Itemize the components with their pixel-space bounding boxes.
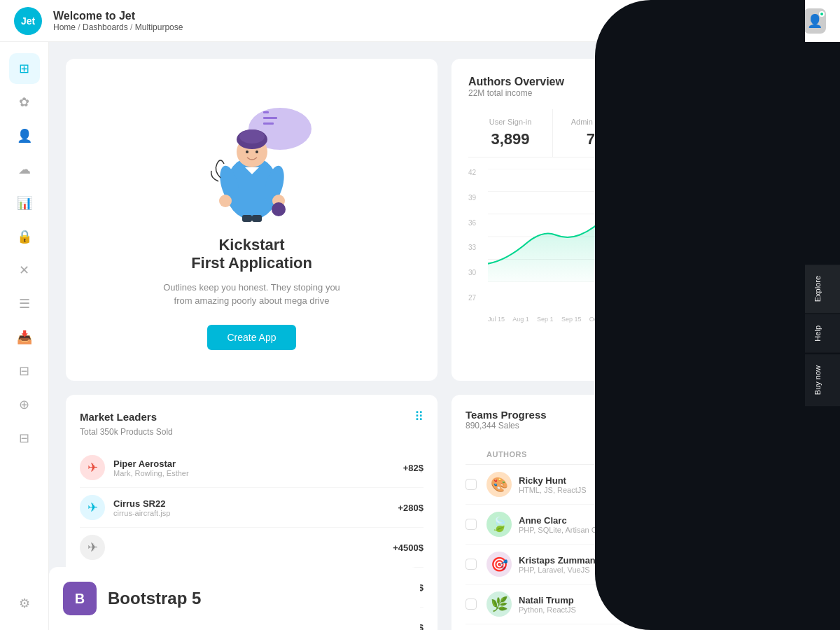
grid-icon[interactable]: ⊞ [739, 10, 762, 32]
tab-30days[interactable]: 30 Days [600, 76, 648, 94]
svg-rect-4 [263, 122, 274, 125]
breadcrumb: Home / Dashboards / Multipurpose [53, 22, 643, 32]
sidebar-item-inbox[interactable]: 📥 [9, 322, 40, 353]
market-value-piper: +82$ [403, 463, 424, 473]
search-box[interactable]: 🔍 Search [750, 412, 809, 430]
checkbox-anne[interactable] [465, 519, 477, 530]
tabs-row: 30 Days Sep 2020 Oct 2020 More [600, 76, 806, 94]
stat-author-signin: Author Sign-in 291 [638, 109, 722, 157]
create-app-button[interactable]: Create App [207, 325, 295, 350]
view-button-ricky[interactable]: View [774, 477, 809, 492]
view-button-kristaps[interactable]: View [774, 556, 809, 572]
team-author-natali: 🌿 Natali Trump Python, ReactJS [486, 592, 613, 617]
buy-now-button[interactable]: Buy now [805, 354, 840, 406]
market-item-cirrus: ✈ Cirrus SR22 cirrus-aircraft.jsp +280$ [80, 488, 424, 528]
market-leaders-subtitle: Total 350k Products Sold [80, 427, 424, 437]
svg-rect-17 [242, 215, 252, 222]
market-options-icon[interactable]: ⠿ [414, 409, 424, 424]
svg-point-9 [246, 150, 248, 153]
market-leaders-title: Market Leaders [80, 411, 157, 423]
team-row-kristaps: 🎯 Kristaps Zumman PHP, Laravel, VueJS 47… [465, 545, 809, 584]
chart-svg [488, 169, 806, 282]
view-button-anne[interactable]: View [774, 517, 809, 532]
sidebar-item-cloud[interactable]: ☁ [9, 154, 40, 185]
checkbox-kristaps[interactable] [465, 559, 477, 570]
progress-natali: 71% [613, 596, 767, 612]
right-panel: Explore Help Buy now [805, 42, 840, 630]
market-icon-piper: ✈ [80, 455, 105, 480]
sidebar-item-puzzle[interactable]: ⊕ [9, 389, 40, 420]
tab-more[interactable]: More [771, 76, 806, 94]
dark-mode-icon[interactable]: 🌙 [771, 10, 794, 32]
team-author-kristaps: 🎯 Kristaps Zumman PHP, Laravel, VueJS [486, 552, 613, 577]
explore-button[interactable]: Explore [805, 265, 840, 313]
sidebar-item-close[interactable]: ✕ [9, 255, 40, 286]
progress-ricky: 65% [613, 476, 767, 493]
sidebar-item-grid[interactable]: ⊞ [9, 53, 40, 84]
chevron-down-icon: ▾ [731, 416, 735, 426]
stat-user-signin: User Sign-in 3,899 [468, 109, 553, 157]
sidebar-item-lock[interactable]: 🔒 [9, 221, 40, 252]
team-row-ricky: 🎨 Ricky Hunt HTML, JS, ReactJS 65% View [465, 465, 809, 505]
chart-y-labels: 42 39 36 33 30 27 [468, 169, 476, 302]
tab-oct2020[interactable]: Oct 2020 [713, 76, 765, 94]
authors-subtitle: 22M total income [468, 88, 564, 98]
search-icon: 🔍 [759, 416, 769, 426]
action-kristaps: View [767, 556, 809, 572]
team-author-anne: 🍃 Anne Clarc PHP, SQLite, Artisan CLI [486, 512, 613, 537]
svg-point-8 [239, 130, 265, 144]
kickstart-card: KickstartFirst Application Outlines keep… [66, 59, 438, 381]
header-actions: 🔍 📶 ⚙ ⊞ 🌙 👤 [643, 10, 826, 32]
sidebar-item-chart[interactable]: 📊 [9, 188, 40, 218]
market-item-piper: ✈ Piper Aerostar Mark, Rowling, Esther +… [80, 448, 424, 488]
market-value-cirrus: +280$ [398, 503, 424, 513]
authors-overview-card: Authors Overview 22M total income 30 Day… [451, 59, 823, 381]
tab-sep2020[interactable]: Sep 2020 [653, 76, 707, 94]
bootstrap-icon: B [63, 582, 97, 615]
market-info-cirrus: Cirrus SR22 cirrus-aircraft.jsp [113, 498, 398, 517]
team-row-natali: 🌿 Natali Trump Python, ReactJS 71% View [465, 584, 809, 624]
sidebar-item-menu[interactable]: ☰ [9, 288, 40, 319]
sidebar-item-table[interactable]: ⊟ [9, 423, 40, 454]
progress-anne: 85% [613, 516, 767, 533]
market-icon-3: ✈ [80, 535, 105, 560]
stat-admin-signin: Admin Sign-in 72 [553, 109, 638, 157]
action-natali: View [767, 596, 809, 612]
avatar-anne: 🍃 [486, 512, 512, 537]
chart-x-labels: Jul 15 Aug 1 Sep 1 Sep 15 Oct 1 Oct 15 N… [488, 316, 806, 323]
all-users-filter[interactable]: All Users ▾ [685, 412, 744, 430]
view-button-natali[interactable]: View [774, 596, 809, 612]
header: Jet Welcome to Jet Home / Dashboards / M… [0, 0, 840, 42]
sidebar-item-gear[interactable]: ⚙ [9, 588, 40, 619]
checkbox-ricky[interactable] [465, 479, 477, 490]
settings-icon[interactable]: ⚙ [707, 10, 729, 32]
col-authors: AUTHORS [486, 450, 613, 458]
search-icon[interactable]: 🔍 [643, 10, 665, 32]
teams-progress-card: Teams Progress 890,344 Sales All Users ▾… [451, 395, 823, 630]
sidebar: ⊞ ✿ 👤 ☁ 📊 🔒 ✕ ☰ 📥 ⊟ ⊕ ⊟ ⚙ [0, 42, 49, 630]
sidebar-item-gesture[interactable]: ✿ [9, 87, 40, 118]
avatar-natali: 🌿 [486, 592, 512, 617]
help-button[interactable]: Help [805, 314, 840, 353]
progress-kristaps: 47% [613, 556, 767, 573]
team-author-ricky: 🎨 Ricky Hunt HTML, JS, ReactJS [486, 472, 613, 497]
team-row-anne: 🍃 Anne Clarc PHP, SQLite, Artisan CLI 85… [465, 505, 809, 545]
header-title: Welcome to Jet Home / Dashboards / Multi… [53, 10, 643, 32]
sidebar-item-calendar[interactable]: ⊟ [9, 356, 40, 386]
sidebar-item-user[interactable]: 👤 [9, 120, 40, 151]
col-progress: PROGRESS [613, 450, 767, 458]
bar-chart-icon[interactable]: 📶 [675, 10, 697, 32]
stat-failed-attempts: Failed Attempts 6 [722, 109, 806, 157]
user-avatar[interactable]: 👤 [804, 10, 826, 32]
action-ricky: View [767, 477, 809, 492]
checkbox-natali[interactable] [465, 598, 477, 610]
authors-title: Authors Overview [468, 76, 564, 88]
teams-table-header: AUTHORS PROGRESS ACTION [465, 444, 809, 465]
market-icon-cirrus: ✈ [80, 495, 105, 520]
logo: Jet [14, 7, 42, 35]
kickstart-title: KickstartFirst Application [191, 236, 312, 272]
market-leaders-header: Market Leaders ⠿ [80, 409, 424, 424]
bootstrap-label: Bootstrap 5 [108, 589, 201, 608]
teams-title: Teams Progress [465, 409, 547, 421]
page-title: Welcome to Jet [53, 10, 643, 22]
